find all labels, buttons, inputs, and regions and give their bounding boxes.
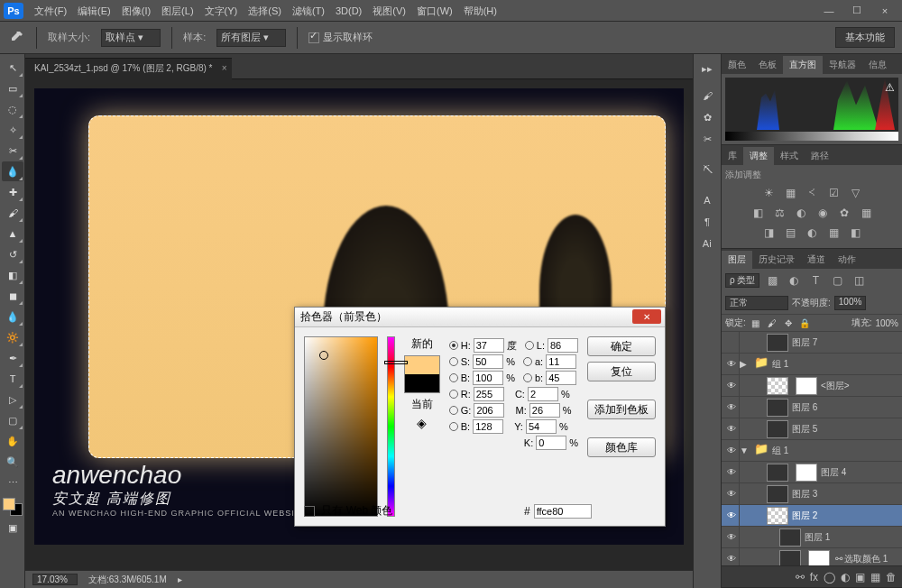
radio-bl[interactable] <box>449 422 458 431</box>
menu-view[interactable]: 视图(V) <box>367 2 411 20</box>
y-field[interactable] <box>526 419 557 434</box>
document-tab[interactable]: KAI_2534zt_1.psd @ 17% (图层 2, RGB/8) *× <box>25 58 232 79</box>
radio-r[interactable] <box>449 390 458 399</box>
type-tool[interactable]: T <box>2 369 23 389</box>
hue-marker[interactable] <box>384 361 408 364</box>
layer-name[interactable]: 图层 3 <box>792 488 817 501</box>
layer-thumb[interactable] <box>767 377 788 395</box>
visibility-icon[interactable]: 👁 <box>723 483 740 504</box>
filter-type-icon[interactable]: T <box>806 272 824 289</box>
lock-pos-icon[interactable]: ✥ <box>782 317 795 329</box>
exposure-icon[interactable]: ☑ <box>824 185 842 201</box>
layer-row[interactable]: 👁图层 4 <box>722 462 902 483</box>
tab-libraries[interactable]: 库 <box>722 147 743 165</box>
paragraph-panel-icon[interactable]: ¶ <box>697 213 717 231</box>
blur-tool[interactable]: 💧 <box>2 307 23 326</box>
sample-size-select[interactable]: 取样点 ▾ <box>101 29 161 47</box>
filter-shape-icon[interactable]: ▢ <box>828 272 846 289</box>
tab-paths[interactable]: 路径 <box>805 147 835 165</box>
mask-thumb[interactable] <box>796 464 817 482</box>
tab-info[interactable]: 信息 <box>862 56 893 74</box>
dodge-tool[interactable]: 🔆 <box>2 327 23 347</box>
visibility-icon[interactable]: 👁 <box>723 397 740 418</box>
menu-file[interactable]: 文件(F) <box>29 2 72 20</box>
cache-warning-icon[interactable]: ⚠ <box>885 81 895 94</box>
lasso-tool[interactable]: ◌ <box>2 99 23 119</box>
link-layers-icon[interactable]: ⚯ <box>796 571 805 583</box>
mask-thumb[interactable] <box>796 377 817 395</box>
layer-name[interactable]: 图层 2 <box>792 510 817 522</box>
c-field[interactable] <box>528 387 558 401</box>
brush-tool[interactable]: 🖌 <box>2 203 23 223</box>
history-brush-tool[interactable]: ↺ <box>2 244 23 264</box>
fx-icon[interactable]: fx <box>810 571 818 583</box>
zoom-tool[interactable]: 🔍 <box>2 452 23 472</box>
s-field[interactable] <box>473 354 503 369</box>
brush-panel-icon[interactable]: 🖌 <box>697 87 717 105</box>
curves-icon[interactable]: ⧼ <box>803 185 821 201</box>
layer-thumb[interactable] <box>767 485 788 503</box>
marquee-tool[interactable]: ▭ <box>2 78 23 98</box>
tab-adjustments[interactable]: 调整 <box>743 147 774 165</box>
layer-name[interactable]: 组 1 <box>772 445 788 457</box>
tool-presets-icon[interactable]: ✂ <box>697 130 717 148</box>
dialog-close-button[interactable]: ✕ <box>632 309 661 324</box>
visibility-icon[interactable]: 👁 <box>723 375 740 396</box>
clone-panel-icon[interactable]: ⛏ <box>697 161 717 179</box>
layer-row[interactable]: 图层 7 <box>722 332 902 354</box>
layer-row[interactable]: 👁图层 1 <box>722 527 902 548</box>
layer-row[interactable]: 👁▼组 1 <box>722 440 902 462</box>
ok-button[interactable]: 确定 <box>587 336 656 356</box>
radio-s[interactable] <box>449 357 458 366</box>
layer-name[interactable]: 图层 6 <box>792 401 817 414</box>
layer-thumb[interactable] <box>779 550 801 566</box>
tab-navigator[interactable]: 导航器 <box>823 56 862 74</box>
glyphs-panel-icon[interactable]: Aⅰ <box>697 234 717 253</box>
brightness-icon[interactable]: ☀ <box>759 185 778 201</box>
cancel-button[interactable]: 复位 <box>587 362 656 381</box>
tab-history[interactable]: 历史记录 <box>752 251 801 269</box>
menu-filter[interactable]: 滤镜(T) <box>287 2 330 20</box>
layer-thumb[interactable] <box>779 528 801 547</box>
wand-tool[interactable]: ✧ <box>2 120 23 140</box>
layer-row[interactable]: 👁图层 3 <box>722 483 902 505</box>
menu-layer[interactable]: 图层(L) <box>156 2 198 20</box>
workspace-essentials[interactable]: 基本功能 <box>835 27 895 48</box>
layer-name[interactable]: 组 1 <box>772 358 788 371</box>
a-field[interactable] <box>546 354 576 369</box>
layer-row[interactable]: 👁<图层> <box>722 375 902 397</box>
tab-actions[interactable]: 动作 <box>832 251 862 269</box>
path-tool[interactable]: ▷ <box>2 390 23 409</box>
filter-pixel-icon[interactable]: ▩ <box>763 272 781 289</box>
layer-name[interactable]: 图层 5 <box>792 423 817 436</box>
group-twirl-icon[interactable]: ▼ <box>740 446 750 455</box>
radio-lab-b[interactable] <box>523 373 532 382</box>
eyedropper-tool[interactable]: 💧 <box>2 161 23 181</box>
layer-thumb[interactable] <box>767 420 788 438</box>
collapse-icon[interactable]: ▸▸ <box>697 60 717 78</box>
layer-row[interactable]: 👁▶组 1 <box>722 354 902 375</box>
visibility-icon[interactable]: 👁 <box>723 527 740 547</box>
menu-help[interactable]: 帮助(H) <box>458 2 502 20</box>
gradient-map-icon[interactable]: ▦ <box>824 225 842 241</box>
m-field[interactable] <box>529 403 560 418</box>
radio-b[interactable] <box>449 373 458 382</box>
edit-toolbar[interactable]: ⋯ <box>2 473 23 492</box>
radio-a[interactable] <box>523 357 532 366</box>
layer-name[interactable]: 选取颜色 1 <box>844 553 888 565</box>
lock-all-icon[interactable]: 🔒 <box>798 317 811 329</box>
layer-row[interactable]: 👁图层 2 <box>722 505 902 527</box>
radio-g[interactable] <box>449 406 458 415</box>
lock-trans-icon[interactable]: ▦ <box>750 317 762 329</box>
visibility-icon[interactable]: 👁 <box>723 418 740 439</box>
blend-mode-select[interactable]: 正常 <box>725 296 788 310</box>
radio-h[interactable] <box>449 341 458 350</box>
tab-color[interactable]: 颜色 <box>722 56 752 74</box>
layer-name[interactable]: 图层 7 <box>792 336 817 349</box>
hex-field[interactable] <box>534 504 592 519</box>
status-flyout-icon[interactable]: ▸ <box>178 574 182 584</box>
hand-tool[interactable]: ✋ <box>2 431 23 451</box>
layer-name[interactable]: <图层> <box>821 380 850 392</box>
move-tool[interactable]: ↖ <box>2 58 23 78</box>
radio-l[interactable] <box>525 341 534 350</box>
